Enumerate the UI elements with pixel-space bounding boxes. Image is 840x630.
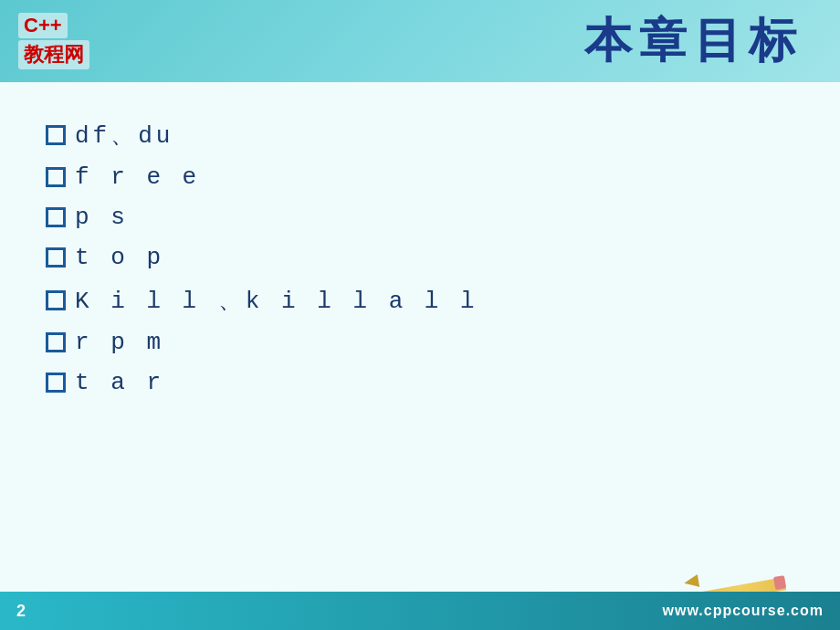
pencil-decoration	[676, 568, 785, 590]
list-item: df、du	[46, 119, 794, 151]
pencil-tip	[683, 574, 699, 590]
checkbox-icon	[46, 167, 66, 187]
checkbox-icon	[46, 290, 66, 310]
item-label: f r e e	[75, 163, 200, 191]
checklist: df、du f r e e p s t o p K i l l 、k i l l…	[46, 119, 794, 396]
main-content: df、du f r e e p s t o p K i l l 、k i l l…	[0, 82, 840, 592]
list-item: p s	[46, 204, 794, 231]
logo: C++ 教程网	[18, 13, 89, 69]
item-label: t o p	[75, 244, 164, 271]
item-label: p s	[75, 204, 129, 231]
logo-cpp: C++	[18, 13, 68, 38]
checkbox-icon	[46, 247, 66, 268]
checkbox-icon	[46, 332, 66, 352]
checkbox-icon	[46, 373, 66, 393]
item-label: t a r	[75, 369, 164, 396]
list-item: f r e e	[46, 163, 794, 191]
page-number: 2	[16, 602, 26, 621]
item-label: r p m	[75, 329, 164, 356]
chapter-title: 本章目标	[584, 9, 822, 73]
list-item: r p m	[46, 329, 794, 356]
pencil-eraser	[773, 575, 786, 590]
website-url: www.cppcourse.com	[663, 603, 824, 619]
item-label: K i l l 、k i l l a l l	[75, 284, 478, 316]
top-bar: C++ 教程网 本章目标	[0, 0, 840, 82]
list-item: t a r	[46, 369, 794, 396]
logo-text: 教程网	[18, 40, 89, 69]
bottom-bar: 2 www.cppcourse.com	[0, 592, 840, 630]
item-label: df、du	[75, 119, 173, 151]
list-item: K i l l 、k i l l a l l	[46, 284, 794, 316]
list-item: t o p	[46, 244, 794, 271]
checkbox-icon	[46, 207, 66, 227]
checkbox-icon	[46, 125, 66, 145]
